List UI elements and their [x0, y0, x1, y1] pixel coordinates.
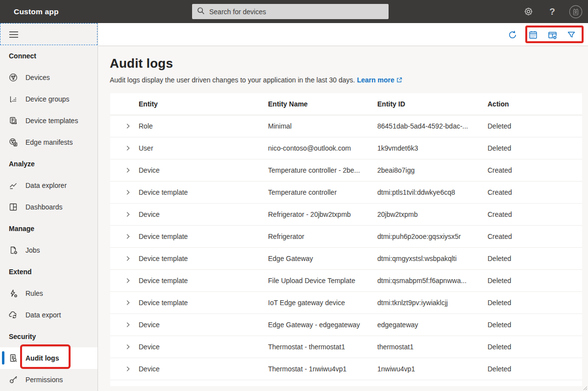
table-row[interactable]: Device Thermostat - 1nwiwu4vp1 1nwiwu4vp… — [110, 358, 582, 380]
table-row[interactable]: Device Thermostat - thermostat1 thermost… — [110, 336, 582, 358]
sidebar-item-device-templates[interactable]: Device templates — [0, 110, 98, 131]
table-row[interactable]: Device template Refrigerator dtmi:puh6p2… — [110, 226, 582, 248]
chevron-right-icon[interactable] — [125, 234, 139, 239]
sidebar-item-label: Permissions — [25, 376, 63, 384]
table-row[interactable]: Device template File Upload Device Templ… — [110, 270, 582, 292]
cell-action: Deleted — [488, 365, 582, 373]
filter-icon[interactable] — [566, 29, 577, 40]
cell-entity-name: Refrigerator - 20jbw2txpmb — [268, 210, 377, 218]
chevron-right-icon[interactable] — [125, 278, 139, 284]
sidebar-section-extend: Extend — [0, 261, 98, 283]
cell-entity-id: dtmi:puh6p2ooe:gqsxiysx5r — [377, 233, 488, 240]
data-explorer-icon — [8, 181, 18, 190]
cell-entity-id: 20jbw2txpmb — [377, 210, 488, 218]
sidebar-item-label: Data explorer — [25, 182, 67, 189]
settings-gear-icon[interactable] — [522, 0, 534, 23]
table-row[interactable]: Role Minimal 86451dab-5ad4-4592-bdac-...… — [110, 115, 582, 137]
learn-more-link[interactable]: Learn more — [357, 76, 394, 84]
cell-entity: Device template — [139, 299, 268, 307]
cell-action: Deleted — [488, 343, 582, 351]
cell-action: Deleted — [488, 144, 582, 152]
table-row[interactable]: Device template Temperature controller d… — [110, 182, 582, 204]
cell-entity: Device template — [139, 233, 268, 240]
cell-entity-name: Refrigerator — [268, 233, 377, 240]
cell-action: Created — [488, 166, 582, 174]
help-icon[interactable]: ? — [546, 0, 558, 23]
sidebar-item-label: Audit logs — [25, 354, 59, 362]
audit-table-body: Role Minimal 86451dab-5ad4-4592-bdac-...… — [110, 115, 582, 380]
device-search[interactable] — [192, 4, 389, 19]
external-link-icon — [396, 77, 402, 84]
column-options-icon[interactable] — [547, 29, 558, 40]
chevron-right-icon[interactable] — [125, 256, 139, 261]
top-app-bar: Custom app ? — [0, 0, 588, 23]
column-header-entity-id[interactable]: Entity ID — [377, 100, 488, 108]
chevron-right-icon[interactable] — [125, 211, 139, 217]
chevron-right-icon[interactable] — [125, 189, 139, 195]
cell-entity: Role — [139, 122, 268, 130]
table-row[interactable]: User nico-contoso@outlook.com 1k9vmdet6k… — [110, 137, 582, 159]
calendar-icon[interactable] — [528, 29, 539, 40]
cell-entity: Device template — [139, 255, 268, 262]
cell-entity-id: dtmi:qsmabpm5f:f6apnwwa... — [377, 277, 488, 285]
edge-manifests-icon — [8, 137, 18, 147]
cell-entity: Device — [139, 210, 268, 218]
table-row[interactable]: Device template Edge Gateway dtmi:qmgyxs… — [110, 248, 582, 270]
sidebar-item-devices[interactable]: Devices — [0, 67, 98, 88]
sidebar-item-rules[interactable]: Rules — [0, 283, 98, 304]
chevron-right-icon[interactable] — [125, 300, 139, 306]
avatar[interactable] — [569, 0, 583, 23]
sidebar-item-audit-logs[interactable]: Audit logs — [0, 347, 98, 369]
nav-collapse-button[interactable] — [0, 23, 98, 45]
chevron-right-icon[interactable] — [125, 344, 139, 350]
sidebar-item-device-groups[interactable]: Device groups — [0, 88, 98, 110]
cell-entity: User — [139, 144, 268, 152]
column-header-entity-name[interactable]: Entity Name — [268, 100, 377, 108]
cell-entity: Device — [139, 365, 268, 373]
table-row[interactable]: Device Temperature controller - 2be... 2… — [110, 159, 582, 182]
sidebar-item-data-export[interactable]: Data export — [0, 304, 98, 326]
cell-action: Created — [488, 188, 582, 196]
cell-entity-name: nico-contoso@outlook.com — [268, 144, 377, 152]
table-row[interactable]: Device Edge Gateway - edgegateway edgega… — [110, 314, 582, 336]
sidebar-item-dashboards[interactable]: Dashboards — [0, 196, 98, 218]
page-title: Audit logs — [98, 47, 588, 71]
table-row[interactable]: Device Refrigerator - 20jbw2txpmb 20jbw2… — [110, 204, 582, 226]
hamburger-icon — [9, 31, 18, 38]
cell-entity-name: Temperature controller - 2be... — [268, 166, 377, 174]
sidebar-item-permissions[interactable]: Permissions — [0, 369, 98, 391]
cell-entity-name: IoT Edge gateway device — [268, 299, 377, 307]
cell-action: Deleted — [488, 299, 582, 307]
sidebar-item-label: Dashboards — [25, 203, 63, 211]
sidebar-item-jobs[interactable]: Jobs — [0, 239, 98, 261]
chevron-right-icon[interactable] — [125, 145, 139, 151]
sidebar-item-data-explorer[interactable]: Data explorer — [0, 175, 98, 196]
column-header-entity[interactable]: Entity — [139, 100, 268, 108]
sidebar-item-label: Device templates — [25, 117, 78, 125]
selected-indicator — [2, 351, 4, 365]
sidebar-section-connect: Connect — [0, 45, 98, 67]
sidebar-section-security: Security — [0, 326, 98, 347]
resize-grip[interactable] — [582, 385, 588, 391]
column-header-action[interactable]: Action — [488, 100, 582, 108]
cell-entity-name: Thermostat - thermostat1 — [268, 343, 377, 351]
cell-entity-name: Edge Gateway - edgegateway — [268, 321, 377, 329]
cell-action: Deleted — [488, 255, 582, 262]
cell-entity: Device — [139, 343, 268, 351]
chevron-right-icon[interactable] — [125, 123, 139, 129]
sidebar-section-manage: Manage — [0, 218, 98, 239]
app-title: Custom app — [14, 0, 59, 23]
cell-entity-id: 1k9vmdet6k3 — [377, 144, 488, 152]
device-templates-icon — [8, 116, 18, 126]
cell-entity-id: 1nwiwu4vp1 — [377, 365, 488, 373]
search-input[interactable] — [209, 8, 384, 16]
sidebar-item-edge-manifests[interactable]: Edge manifests — [0, 131, 98, 153]
chevron-right-icon[interactable] — [125, 322, 139, 328]
rules-icon — [8, 288, 18, 298]
chevron-right-icon[interactable] — [125, 167, 139, 173]
sidebar-item-label: Data export — [25, 311, 61, 319]
chevron-right-icon[interactable] — [125, 366, 139, 372]
refresh-icon[interactable] — [507, 29, 518, 40]
table-row[interactable]: Device template IoT Edge gateway device … — [110, 292, 582, 314]
cell-entity: Device template — [139, 188, 268, 196]
